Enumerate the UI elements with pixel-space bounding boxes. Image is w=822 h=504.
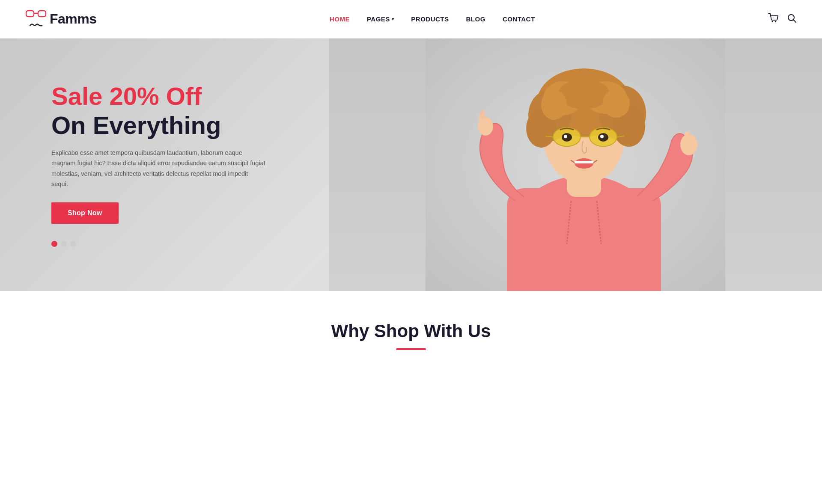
svg-line-8 xyxy=(794,20,796,23)
header-icons xyxy=(768,13,796,25)
search-button[interactable] xyxy=(787,13,796,25)
why-shop-underline xyxy=(396,348,426,350)
nav-products[interactable]: PRODUCTS xyxy=(411,15,449,23)
why-shop-section: Why Shop With Us xyxy=(0,291,822,367)
hero-person-image xyxy=(329,39,822,291)
svg-point-6 xyxy=(775,21,776,22)
main-nav: HOME PAGES ▾ PRODUCTS BLOG CONTACT xyxy=(330,15,535,23)
hero-section: Sale 20% Off On Everything Explicabo ess… xyxy=(0,39,822,291)
svg-rect-36 xyxy=(575,161,593,163)
svg-point-5 xyxy=(772,21,773,22)
carousel-dot-2[interactable] xyxy=(61,241,67,247)
header: Famms HOME PAGES ▾ PRODUCTS BLOG CONTACT xyxy=(0,0,822,39)
svg-rect-41 xyxy=(685,131,690,141)
carousel-dot-1[interactable] xyxy=(51,241,57,247)
svg-rect-11 xyxy=(507,188,661,291)
shop-now-button[interactable]: Shop Now xyxy=(51,202,119,224)
pages-dropdown-arrow: ▾ xyxy=(392,17,394,21)
glasses-icon xyxy=(26,9,46,21)
svg-point-34 xyxy=(600,135,604,138)
logo[interactable]: Famms xyxy=(26,9,97,30)
cart-button[interactable] xyxy=(768,13,778,25)
nav-blog[interactable]: BLOG xyxy=(466,15,485,23)
svg-rect-39 xyxy=(480,110,485,118)
hero-sale-text: Sale 20% Off xyxy=(51,83,265,110)
svg-rect-0 xyxy=(26,11,34,17)
mustache-icon xyxy=(29,21,43,30)
svg-rect-1 xyxy=(38,11,46,17)
nav-contact[interactable]: CONTACT xyxy=(503,15,535,23)
nav-pages[interactable]: PAGES ▾ xyxy=(367,15,394,23)
hero-content: Sale 20% Off On Everything Explicabo ess… xyxy=(0,83,265,247)
hero-description: Explicabo esse amet tempora quibusdam la… xyxy=(51,148,265,190)
logo-text: Famms xyxy=(50,11,97,27)
svg-point-24 xyxy=(541,90,567,120)
svg-point-33 xyxy=(564,135,567,138)
hero-title-text: On Everything xyxy=(51,112,265,139)
nav-home[interactable]: HOME xyxy=(330,15,350,23)
hero-carousel-dots xyxy=(51,241,265,247)
logo-icon xyxy=(26,9,46,30)
carousel-dot-3[interactable] xyxy=(70,241,76,247)
why-shop-title: Why Shop With Us xyxy=(26,321,796,341)
svg-point-25 xyxy=(602,89,630,118)
